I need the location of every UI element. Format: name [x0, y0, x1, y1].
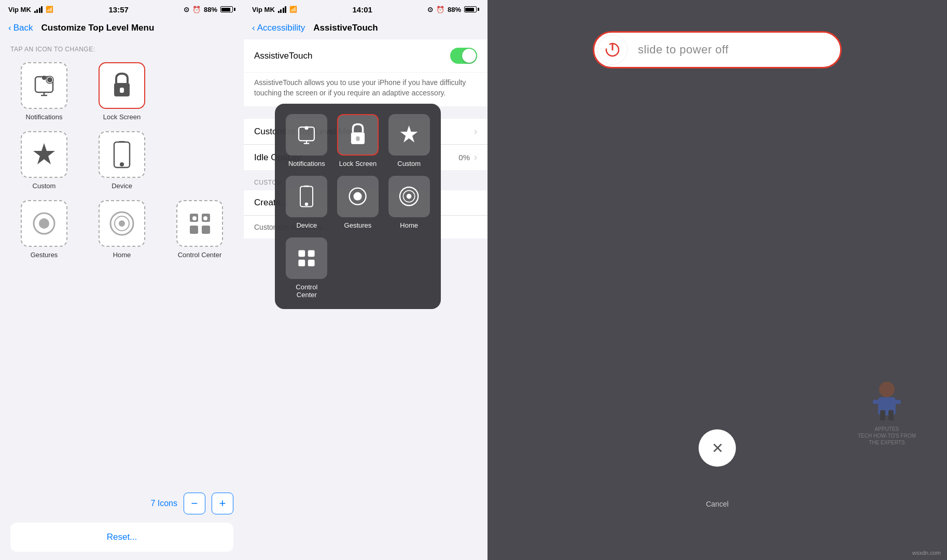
- svg-rect-11: [119, 141, 125, 143]
- svg-point-5: [47, 77, 52, 82]
- svg-point-13: [39, 218, 49, 229]
- popup-grid: Notifications Lock Screen: [285, 114, 430, 299]
- chevron-right-icon-2: ›: [474, 152, 477, 163]
- panel-assistivetouch: Vip MK 📶 14:01 ⊙ ⏰ 88% ‹ Ac: [244, 0, 488, 560]
- popup-cell-device[interactable]: Device: [285, 176, 328, 229]
- svg-point-31: [305, 203, 308, 206]
- svg-rect-46: [873, 400, 881, 404]
- section-label-1: TAP AN ICON TO CHANGE:: [0, 39, 244, 57]
- icon-cell-notifications[interactable]: Notifications: [10, 62, 78, 121]
- chevron-left-icon-2: ‹: [252, 23, 255, 33]
- power-off-slider[interactable]: slide to power off: [593, 31, 842, 68]
- icon-box-device[interactable]: [99, 131, 145, 178]
- popup-control-center-label: Control Center: [285, 283, 328, 299]
- status-left-1: Vip MK 📶: [8, 6, 53, 13]
- icon-cell-control-center[interactable]: Control Center: [166, 200, 233, 259]
- popup-cell-gestures[interactable]: Gestures: [337, 176, 380, 229]
- popup-lock-screen-icon: [346, 122, 369, 147]
- popup-cell-lock-screen[interactable]: Lock Screen: [337, 114, 380, 167]
- popup-icon-box-device[interactable]: [286, 176, 327, 217]
- popup-gestures-label: Gestures: [344, 221, 372, 229]
- icon-cell-custom[interactable]: Custom: [10, 131, 78, 190]
- svg-rect-41: [308, 260, 315, 267]
- popup-icon-box-control-center[interactable]: [286, 237, 327, 279]
- watermark-figure-right: APPUTESTECH HOW-TO'S FROMTHE EXPERTS: [858, 379, 916, 446]
- popup-cell-notifications[interactable]: Notifications: [285, 114, 328, 167]
- popup-icon-box-lock-screen[interactable]: [337, 114, 379, 156]
- status-bar-1: Vip MK 📶 13:57 ⊙ ⏰ 88%: [0, 0, 244, 19]
- decrement-button[interactable]: −: [184, 493, 205, 514]
- bottom-bar-1: 7 Icons − + Reset...: [0, 484, 244, 560]
- reset-button[interactable]: Reset...: [107, 532, 137, 542]
- icon-cell-empty2: [166, 131, 233, 190]
- idle-opacity-value: 0%: [458, 153, 470, 162]
- icon-cell-lock-screen[interactable]: Lock Screen: [88, 62, 156, 121]
- popup-icon-box-home[interactable]: [388, 176, 430, 217]
- popup-icon-box-notifications[interactable]: [286, 114, 327, 156]
- control-center-label: Control Center: [178, 251, 222, 259]
- gestures-label: Gestures: [31, 251, 58, 259]
- popup-home-label: Home: [400, 221, 418, 229]
- appute-figure-icon-right: [864, 379, 910, 426]
- assistivetouch-toggle[interactable]: [450, 48, 477, 64]
- lock-screen-label: Lock Screen: [103, 113, 141, 121]
- svg-point-24: [305, 126, 309, 130]
- assistivetouch-desc: AssistiveTouch allows you to use your iP…: [244, 73, 488, 106]
- svg-rect-40: [299, 260, 305, 267]
- icon-box-gestures[interactable]: [21, 200, 67, 247]
- popup-cell-control-center[interactable]: Control Center: [285, 237, 328, 299]
- wifi-icon-1: 📶: [46, 6, 53, 13]
- svg-rect-20: [202, 226, 210, 234]
- icon-cell-gestures[interactable]: Gestures: [10, 200, 78, 259]
- back-button-1[interactable]: ‹ Back: [8, 23, 33, 33]
- alarm-icon-2: ⏰: [436, 6, 444, 13]
- popup-icon-box-gestures[interactable]: [337, 176, 379, 217]
- popup-notifications-label: Notifications: [288, 160, 325, 167]
- home-icon: [108, 209, 136, 238]
- appute-watermark-text-right: APPUTESTECH HOW-TO'S FROMTHE EXPERTS: [858, 426, 916, 446]
- popup-custom-icon: [398, 123, 421, 146]
- cancel-button[interactable]: ✕: [699, 429, 736, 467]
- reset-row[interactable]: Reset...: [10, 523, 233, 552]
- control-center-icon: [186, 209, 214, 238]
- svg-point-21: [192, 216, 197, 220]
- device-label: Device: [112, 182, 132, 190]
- battery-icon-2: [464, 6, 479, 12]
- icon-cell-device[interactable]: Device: [88, 131, 156, 190]
- icons-count: 7 Icons: [150, 499, 177, 508]
- lock-screen-icon: [109, 72, 135, 100]
- icon-box-control-center[interactable]: [176, 200, 223, 247]
- gestures-icon: [30, 209, 59, 238]
- assistivetouch-toggle-row[interactable]: AssistiveTouch: [244, 39, 488, 72]
- popup-icon-box-custom[interactable]: [388, 114, 430, 156]
- status-left-2: Vip MK 📶: [252, 6, 297, 13]
- popup-cell-custom[interactable]: Custom: [387, 114, 430, 167]
- device-icon: [112, 141, 132, 169]
- icon-box-custom[interactable]: [21, 131, 67, 178]
- popup-cell-home[interactable]: Home: [387, 176, 430, 229]
- svg-rect-49: [888, 410, 894, 421]
- home-label: Home: [113, 251, 131, 259]
- icon-box-lock-screen[interactable]: [99, 62, 145, 109]
- increment-button[interactable]: +: [212, 493, 233, 514]
- back-label-2: Accessibility: [257, 23, 305, 33]
- svg-marker-29: [400, 125, 417, 143]
- icon-cell-home[interactable]: Home: [88, 200, 156, 259]
- icons-grid-1: Notifications Lock Screen Custom: [0, 57, 244, 264]
- back-button-2[interactable]: ‹ Accessibility: [252, 23, 305, 33]
- svg-point-34: [354, 192, 362, 201]
- notifications-icon: [31, 73, 57, 99]
- svg-rect-32: [304, 186, 310, 187]
- battery-pct-2: 88%: [448, 6, 461, 13]
- popup-home-icon: [398, 185, 421, 208]
- svg-point-16: [119, 220, 125, 227]
- icon-box-home[interactable]: [99, 200, 145, 247]
- battery-icon-1: [220, 6, 235, 12]
- svg-point-22: [203, 216, 207, 220]
- svg-rect-28: [356, 136, 359, 141]
- status-right-1: ⊙ ⏰ 88%: [184, 6, 235, 13]
- popup-notifications-icon: [295, 123, 318, 146]
- icons-count-row: 7 Icons − +: [10, 493, 233, 514]
- icon-box-notifications[interactable]: [21, 62, 67, 109]
- popup-gestures-icon: [346, 185, 369, 208]
